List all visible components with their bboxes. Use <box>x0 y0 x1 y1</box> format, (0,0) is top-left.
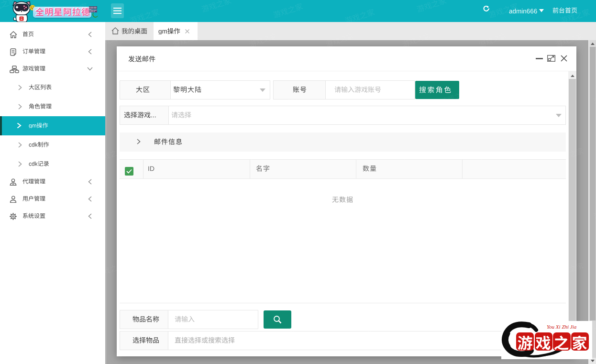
svg-text:You Xi Zhi Jia: You Xi Zhi Jia <box>547 324 577 330</box>
